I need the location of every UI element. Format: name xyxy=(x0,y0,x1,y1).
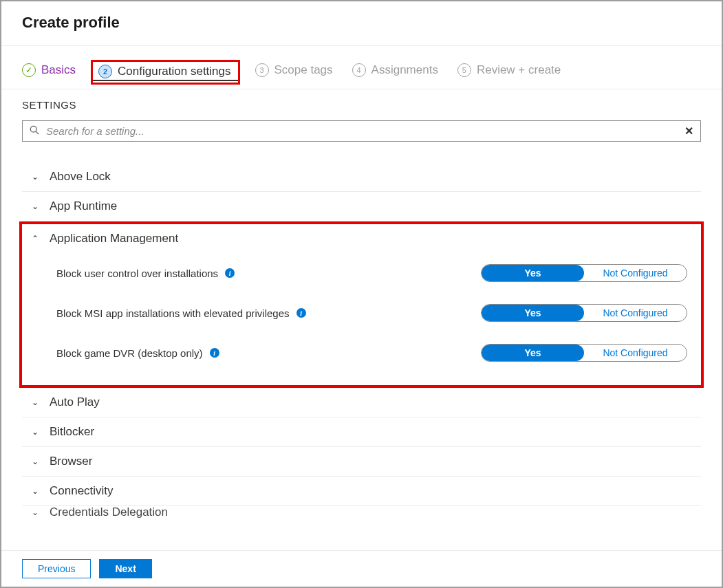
category-above-lock-label: Above Lock xyxy=(50,170,111,184)
svg-line-1 xyxy=(36,131,39,134)
category-auto-play-label: Auto Play xyxy=(50,395,100,409)
setting-block-dvr: Block game DVR (desktop only) i Yes Not … xyxy=(22,333,701,373)
tab-scope-label: Scope tags xyxy=(274,63,333,77)
wizard-tabs: ✓ Basics 2 Configuration settings 3 Scop… xyxy=(1,46,722,89)
chevron-up-icon: ⌃ xyxy=(30,234,40,243)
search-input[interactable] xyxy=(46,125,678,137)
category-bitlocker-label: Bitlocker xyxy=(50,425,94,439)
toggle-block-msi[interactable]: Yes Not Configured xyxy=(481,304,687,322)
setting-block-user-control: Block user control over installations i … xyxy=(22,253,701,293)
category-application-management[interactable]: ⌃ Application Management xyxy=(22,224,701,253)
category-app-runtime-label: App Runtime xyxy=(50,199,117,213)
toggle-block-dvr[interactable]: Yes Not Configured xyxy=(481,344,687,362)
toggle-not-configured[interactable]: Not Configured xyxy=(584,305,687,321)
chevron-down-icon: ⌄ xyxy=(30,486,40,496)
chevron-down-icon: ⌄ xyxy=(30,202,40,211)
tab-review-label: Review + create xyxy=(477,63,561,77)
previous-button[interactable]: Previous xyxy=(22,559,91,578)
step-5-badge: 5 xyxy=(457,63,471,77)
category-auto-play[interactable]: ⌄ Auto Play xyxy=(22,388,701,417)
search-box[interactable]: ✕ xyxy=(22,120,701,142)
step-4-badge: 4 xyxy=(352,63,366,77)
info-icon[interactable]: i xyxy=(296,308,306,318)
setting-block-dvr-label: Block game DVR (desktop only) xyxy=(56,347,203,359)
category-browser-label: Browser xyxy=(50,455,92,468)
toggle-yes[interactable]: Yes xyxy=(482,265,584,281)
toggle-not-configured[interactable]: Not Configured xyxy=(584,345,687,361)
toggle-yes[interactable]: Yes xyxy=(482,345,584,361)
settings-section-label: SETTINGS xyxy=(1,89,722,120)
clear-icon[interactable]: ✕ xyxy=(684,124,693,138)
setting-block-msi: Block MSI app installations with elevate… xyxy=(22,293,701,333)
category-bitlocker[interactable]: ⌄ Bitlocker xyxy=(22,417,701,447)
category-app-mgmt-label: Application Management xyxy=(50,232,178,246)
next-button[interactable]: Next xyxy=(99,559,151,578)
setting-block-msi-label: Block MSI app installations with elevate… xyxy=(56,307,290,319)
page-title: Create profile xyxy=(22,14,701,32)
category-credentials-delegation[interactable]: ⌄ Credentials Delegation xyxy=(22,506,701,519)
tab-scope-tags[interactable]: 3 Scope tags xyxy=(255,63,333,81)
chevron-down-icon: ⌄ xyxy=(30,172,40,182)
step-3-badge: 3 xyxy=(255,63,269,77)
category-app-runtime[interactable]: ⌄ App Runtime xyxy=(22,192,701,221)
chevron-down-icon: ⌄ xyxy=(30,508,40,517)
tab-assignments[interactable]: 4 Assignments xyxy=(352,63,438,81)
search-icon xyxy=(30,125,39,137)
tab-config-highlight: 2 Configuration settings xyxy=(91,60,239,85)
category-connectivity[interactable]: ⌄ Connectivity xyxy=(22,477,701,506)
tab-basics[interactable]: ✓ Basics xyxy=(22,63,76,81)
chevron-down-icon: ⌄ xyxy=(30,427,40,437)
setting-block-user-control-label: Block user control over installations xyxy=(56,268,218,279)
category-cred-delegation-label: Credentials Delegation xyxy=(50,506,168,519)
category-browser[interactable]: ⌄ Browser xyxy=(22,447,701,477)
tab-basics-label: Basics xyxy=(41,63,76,77)
toggle-yes[interactable]: Yes xyxy=(482,305,584,321)
chevron-down-icon: ⌄ xyxy=(30,457,40,466)
toggle-block-user-control[interactable]: Yes Not Configured xyxy=(481,264,687,282)
category-above-lock[interactable]: ⌄ Above Lock xyxy=(22,162,701,192)
step-2-badge: 2 xyxy=(98,65,112,78)
toggle-not-configured[interactable]: Not Configured xyxy=(584,265,687,281)
tab-configuration-settings[interactable]: 2 Configuration settings xyxy=(98,65,230,80)
settings-list: ⌄ Above Lock ⌄ App Runtime ⌃ Application… xyxy=(1,162,722,519)
category-app-mgmt-highlight: ⌃ Application Management Block user cont… xyxy=(19,221,704,388)
tab-config-label: Configuration settings xyxy=(118,65,230,78)
info-icon[interactable]: i xyxy=(210,348,219,358)
check-icon: ✓ xyxy=(22,63,36,77)
svg-point-0 xyxy=(30,126,36,132)
tab-review-create[interactable]: 5 Review + create xyxy=(457,63,561,81)
info-icon[interactable]: i xyxy=(225,268,235,278)
category-connectivity-label: Connectivity xyxy=(50,484,114,498)
chevron-down-icon: ⌄ xyxy=(30,398,40,407)
wizard-footer: Previous Next xyxy=(1,550,722,587)
tab-assignments-label: Assignments xyxy=(371,63,438,77)
